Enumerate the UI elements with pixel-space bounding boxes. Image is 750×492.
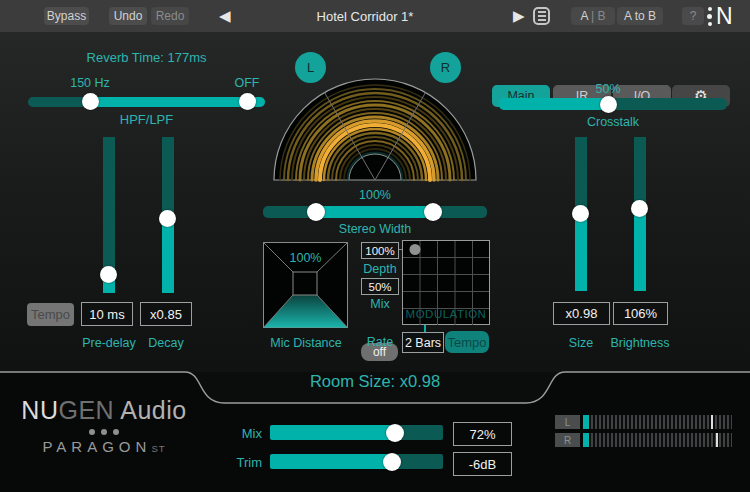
meter-right	[583, 433, 732, 447]
nugen-logo-dots-icon	[707, 7, 712, 26]
undo-button[interactable]: Undo	[109, 7, 147, 25]
mic-distance-value: 100%	[263, 251, 348, 265]
crosstalk-handle[interactable]	[600, 96, 617, 113]
brand-logo[interactable]: NUGEN Audio PARAGONST	[8, 396, 200, 455]
nugen-logo[interactable]: N	[707, 4, 733, 28]
trim-value-box[interactable]: -6dB	[453, 452, 512, 476]
crosstalk-value: 50%	[588, 82, 628, 96]
bypass-button[interactable]: Bypass	[44, 7, 89, 25]
filter-label: HPF/LPF	[28, 112, 265, 127]
meter-left	[583, 415, 732, 429]
stereo-width-left-handle[interactable]	[307, 203, 325, 221]
help-button[interactable]: ?	[682, 7, 704, 25]
trim-handle[interactable]	[383, 453, 401, 471]
mix-label: Mix	[224, 426, 262, 441]
preset-list-icon[interactable]	[533, 7, 550, 25]
ab-compare-button[interactable]: A | B	[571, 7, 615, 25]
brightness-handle[interactable]	[631, 200, 648, 217]
mod-depth-node[interactable]	[410, 244, 421, 255]
hpf-handle[interactable]	[82, 93, 99, 110]
stereo-width-label: Stereo Width	[300, 222, 450, 236]
modulation-grid[interactable]	[402, 240, 490, 332]
meter-left-signal	[583, 415, 589, 429]
stereo-width-right-handle[interactable]	[424, 203, 442, 221]
size-value-box[interactable]: x0.98	[553, 302, 610, 325]
top-toolbar: Bypass Undo Redo ◀ Hotel Corridor 1* ▶ A…	[0, 0, 750, 32]
meter-left-label: L	[555, 415, 580, 429]
trim-slider[interactable]	[270, 454, 443, 469]
main-panel: Reverb Time: 177ms 150 Hz OFF HPF/LPF Te…	[0, 32, 750, 372]
mix-slider[interactable]	[270, 425, 443, 440]
mod-mix-label: Mix	[358, 297, 402, 311]
paragon-plugin-window: Bypass Undo Redo ◀ Hotel Corridor 1* ▶ A…	[0, 0, 750, 492]
ab-separator: |	[591, 9, 594, 23]
mod-depth-value-box[interactable]: 100%	[361, 242, 399, 259]
meter-right-peak	[716, 433, 718, 447]
mod-tempo-toggle[interactable]: Tempo	[445, 331, 489, 353]
a-to-b-button[interactable]: A to B	[617, 7, 663, 25]
crosstalk-label: Crosstalk	[553, 115, 673, 129]
room-size-readout: Room Size: x0.98	[225, 372, 525, 391]
hpf-value: 150 Hz	[60, 76, 120, 90]
decay-value-box[interactable]: x0.85	[140, 302, 192, 326]
brand-wordmark: NUGEN Audio	[8, 396, 200, 425]
predelay-tempo-button[interactable]: Tempo	[27, 303, 74, 326]
predelay-value-box[interactable]: 10 ms	[81, 302, 133, 326]
stereo-width-slider[interactable]	[263, 206, 487, 218]
mix-value-box[interactable]: 72%	[453, 422, 512, 446]
mod-tempo-division-box[interactable]: 2 Bars	[402, 332, 444, 353]
lpf-handle[interactable]	[239, 93, 256, 110]
mic-distance-label: Mic Distance	[256, 336, 356, 350]
brightness-value-box[interactable]: 106%	[613, 302, 668, 325]
decay-label: Decay	[126, 336, 206, 350]
meter-right-label: R	[555, 433, 580, 447]
mod-depth-label: Depth	[358, 262, 402, 276]
redo-button[interactable]: Redo	[151, 7, 189, 25]
product-name: PARAGONST	[8, 438, 200, 455]
preset-title: Hotel Corridor 1*	[270, 9, 460, 24]
mix-handle[interactable]	[386, 424, 404, 442]
mod-mix-value-box[interactable]: 50%	[361, 278, 399, 295]
reverb-time-readout: Reverb Time: 177ms	[28, 50, 265, 65]
meter-left-peak	[711, 415, 713, 429]
size-handle[interactable]	[572, 205, 589, 222]
ab-a-label: A	[580, 9, 587, 23]
previous-preset-icon[interactable]: ◀	[219, 6, 231, 26]
lpf-value: OFF	[217, 76, 277, 90]
decay-handle[interactable]	[159, 210, 176, 227]
brand-dots-icon	[8, 429, 200, 435]
trim-label: Trim	[224, 455, 262, 470]
meter-right-signal	[583, 433, 589, 447]
nugen-logo-letter: N	[716, 4, 733, 28]
predelay-handle[interactable]	[100, 266, 117, 283]
hpf-lpf-slider[interactable]	[28, 97, 265, 107]
reverb-radar-display	[269, 76, 481, 182]
mod-rate-label: Rate	[358, 335, 402, 349]
next-preset-icon[interactable]: ▶	[513, 6, 525, 26]
ab-b-label: B	[598, 9, 606, 23]
brightness-label: Brightness	[590, 336, 690, 350]
stereo-width-value: 100%	[330, 188, 420, 202]
